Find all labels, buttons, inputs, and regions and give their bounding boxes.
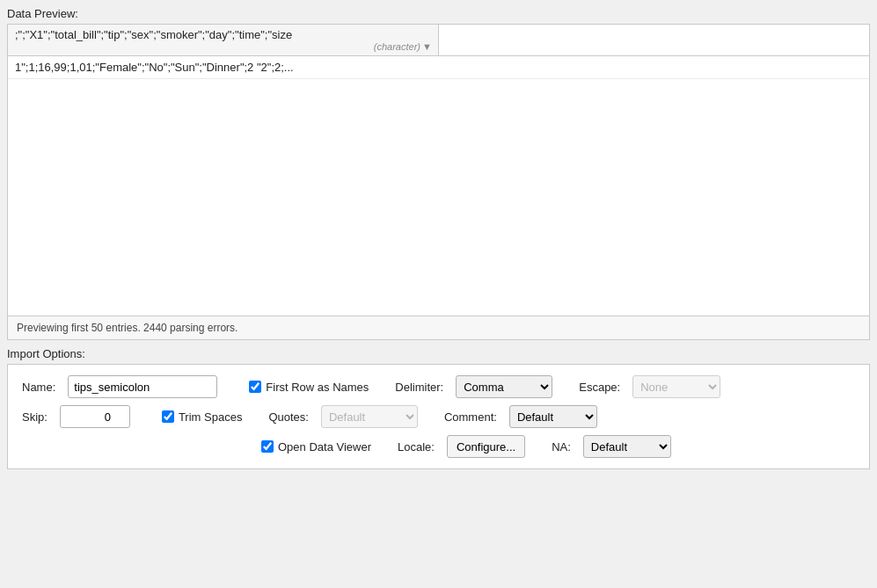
quotes-select[interactable]: Default Double Quote Single Quote None <box>321 405 418 428</box>
preview-content-area: 1";1;16,99;1,01;"Female";"No";"Sun";"Din… <box>8 56 869 316</box>
delimiter-select[interactable]: Comma Semicolon Tab Whitespace Other... <box>456 375 552 398</box>
name-label: Name: <box>22 381 59 394</box>
options-row-2: Skip: Trim Spaces Quotes: Default Double… <box>22 405 855 428</box>
first-row-names-text: First Row as Names <box>266 381 369 394</box>
name-input[interactable] <box>68 375 217 398</box>
na-select[interactable]: Default NA NULL <box>583 435 671 458</box>
locale-label: Locale: <box>398 440 438 454</box>
import-options-box: Name: First Row as Names Delimiter: Comm… <box>7 364 870 469</box>
data-preview-section: Data Preview: ;";"X1";"total_bill";"tip"… <box>7 7 870 340</box>
open-data-viewer-text: Open Data Viewer <box>278 440 371 454</box>
delimiter-label: Delimiter: <box>395 381 447 394</box>
import-options-label: Import Options: <box>7 347 870 360</box>
skip-input[interactable] <box>60 405 130 428</box>
options-row-1: Name: First Row as Names Delimiter: Comm… <box>22 375 855 398</box>
preview-status-bar: Previewing first 50 entries. 2440 parsin… <box>8 316 869 339</box>
preview-header-cell: ;";"X1";"total_bill";"tip";"sex";"smoker… <box>8 25 439 55</box>
skip-label: Skip: <box>22 410 51 424</box>
comment-label: Comment: <box>444 410 501 424</box>
open-data-viewer-checkbox[interactable] <box>261 440 274 453</box>
data-preview-label: Data Preview: <box>7 7 870 20</box>
type-dropdown-arrow-icon[interactable]: ▼ <box>422 41 431 50</box>
trim-spaces-label[interactable]: Trim Spaces <box>162 410 242 424</box>
open-data-viewer-label[interactable]: Open Data Viewer <box>261 440 371 454</box>
comment-select[interactable]: Default # // None <box>509 405 597 428</box>
escape-label: Escape: <box>579 381 624 394</box>
quotes-label: Quotes: <box>268 410 312 424</box>
column-name: ;";"X1";"total_bill";"tip";"sex";"smoker… <box>15 28 431 41</box>
preview-data-row: 1";1;16,99;1,01;"Female";"No";"Sun";"Din… <box>8 56 869 79</box>
preview-header-row: ;";"X1";"total_bill";"tip";"sex";"smoker… <box>8 25 869 56</box>
escape-select[interactable]: None Double Quote Backslash <box>632 375 720 398</box>
column-type: (character) ▼ <box>15 41 431 52</box>
trim-spaces-checkbox[interactable] <box>162 410 174 423</box>
locale-configure-button[interactable]: Configure... <box>447 435 525 458</box>
na-label: NA: <box>552 440 574 454</box>
trim-spaces-text: Trim Spaces <box>179 410 242 424</box>
first-row-names-checkbox[interactable] <box>249 381 261 393</box>
import-options-section: Import Options: Name: First Row as Names… <box>7 347 870 469</box>
first-row-names-label[interactable]: First Row as Names <box>249 381 369 394</box>
options-row-3: Open Data Viewer Locale: Configure... NA… <box>22 435 855 458</box>
data-preview-box: ;";"X1";"total_bill";"tip";"sex";"smoker… <box>7 24 870 340</box>
